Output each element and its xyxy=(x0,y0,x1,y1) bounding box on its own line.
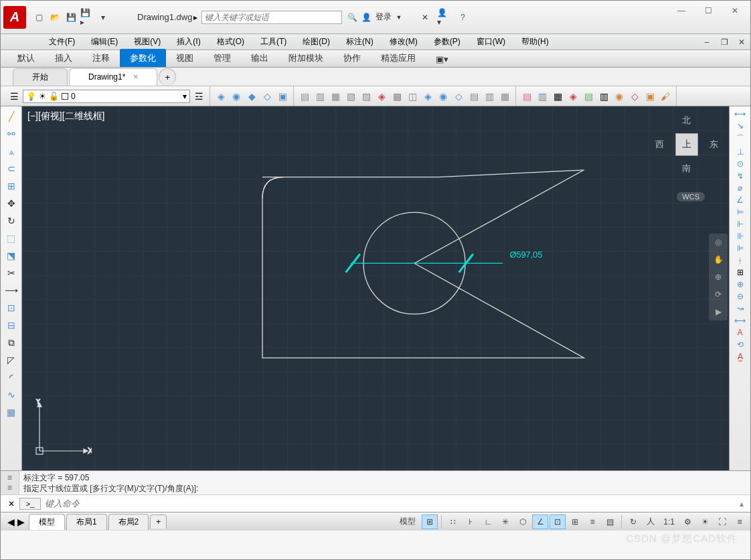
rtab-addins[interactable]: 附加模块 xyxy=(278,49,333,67)
rtab-insert[interactable]: 插入 xyxy=(45,49,82,67)
layout-add[interactable]: + xyxy=(150,515,167,529)
dim-aligned-icon[interactable]: ↘ xyxy=(737,121,744,130)
close-button[interactable]: ✕ xyxy=(722,3,748,18)
nav-orbit-icon[interactable]: ⟳ xyxy=(715,290,722,299)
status-iso-icon[interactable]: ⬡ xyxy=(515,515,531,529)
mdi-close-icon[interactable]: ✕ xyxy=(733,35,750,50)
status-grid-icon[interactable]: ⊞ xyxy=(422,515,438,529)
status-alpha-icon[interactable]: ▤ xyxy=(602,515,618,529)
dim-center-icon[interactable]: ⊕ xyxy=(737,280,744,289)
dim-tol-icon[interactable]: ⊞ xyxy=(737,268,744,277)
menu-insert[interactable]: 插入(I) xyxy=(169,34,208,50)
rtab-output[interactable]: 输出 xyxy=(241,49,278,67)
dim-update-icon[interactable]: ⟲ xyxy=(737,340,744,349)
lweight-icon[interactable]: ▥ xyxy=(597,90,610,103)
command-input[interactable] xyxy=(45,498,736,509)
saveas-icon[interactable]: 💾▸ xyxy=(80,10,94,25)
layerp-icon[interactable]: ▥ xyxy=(483,90,496,103)
doctab-drawing1[interactable]: Drawing1*× xyxy=(69,68,157,86)
layout-2[interactable]: 布局2 xyxy=(108,514,149,530)
status-ortho-icon[interactable]: ∟ xyxy=(480,515,496,529)
blend-icon[interactable]: ∿ xyxy=(3,387,19,402)
trim-icon[interactable]: ✂ xyxy=(3,266,19,280)
fillet-icon[interactable]: ◜ xyxy=(3,370,19,385)
login-link[interactable]: 登录 xyxy=(376,11,392,23)
dim-tedit-icon[interactable]: A xyxy=(737,328,742,337)
color-icon[interactable]: ◈ xyxy=(566,90,580,103)
doctab-start[interactable]: 开始 xyxy=(13,68,68,86)
dim-arc-icon[interactable]: ⌒ xyxy=(736,133,744,145)
layer-props-icon[interactable]: ☰ xyxy=(7,90,21,103)
status-2d-icon[interactable]: ⊞ xyxy=(567,515,583,529)
dim-space-icon[interactable]: ⊫ xyxy=(737,244,744,253)
subset-icon[interactable]: ⊂ xyxy=(3,161,19,176)
rtab-default[interactable]: 默认 xyxy=(7,49,45,67)
dim-dia-icon[interactable]: ⌀ xyxy=(738,183,742,193)
dim-rad-icon[interactable]: ⊙ xyxy=(737,159,744,169)
mdi-min-icon[interactable]: – xyxy=(698,35,716,50)
layeron-icon[interactable]: ▦ xyxy=(329,90,342,103)
dim-joglin-icon[interactable]: ↝ xyxy=(737,304,744,313)
layer-tool-icon[interactable]: ☲ xyxy=(192,90,205,103)
layst-icon[interactable]: ▦ xyxy=(498,90,511,103)
dim-break-icon[interactable]: ⟊ xyxy=(738,256,742,265)
drawing-canvas[interactable]: [−][俯视][二维线框] Ø597,05 北 西 东 南 上 WCS ◎ ✋ xyxy=(22,106,729,470)
status-max-icon[interactable]: ⛶ xyxy=(714,515,730,529)
link-icon[interactable]: ⚯ xyxy=(3,126,19,141)
layer-lock2-icon[interactable]: ◇ xyxy=(260,90,274,103)
minimize-button[interactable]: — xyxy=(669,3,694,18)
status-polar-icon[interactable]: ✳ xyxy=(497,515,513,529)
rtab-parametric[interactable]: 参数化 xyxy=(120,49,166,67)
status-model[interactable]: 模型 xyxy=(395,515,420,529)
menu-dim[interactable]: 标注(N) xyxy=(338,34,382,50)
status-anno-icon[interactable]: 人 xyxy=(643,515,659,529)
exchange-icon[interactable]: ✕ xyxy=(418,10,432,25)
rtab-apps[interactable]: 精选应用 xyxy=(371,49,426,67)
status-custom-icon[interactable]: ≡ xyxy=(732,515,748,529)
nav-pan-icon[interactable]: ✋ xyxy=(714,255,724,264)
layer-match-icon[interactable]: ▣ xyxy=(276,90,289,103)
cmd-customize-icon[interactable]: ✕ xyxy=(3,499,19,508)
dim-jog-icon[interactable]: ↯ xyxy=(737,171,744,181)
laywalk-icon[interactable]: ▩ xyxy=(390,90,404,103)
layout-model[interactable]: 模型 xyxy=(29,514,65,530)
laymch-icon[interactable]: ◫ xyxy=(406,90,419,103)
menu-param[interactable]: 参数(P) xyxy=(426,34,469,50)
status-scale[interactable]: 1:1 xyxy=(660,515,678,529)
status-vis-icon[interactable]: ☀ xyxy=(697,515,713,529)
help-search-input[interactable] xyxy=(205,13,339,22)
menu-view[interactable]: 视图(V) xyxy=(126,34,169,50)
nav-show-icon[interactable]: ▶ xyxy=(716,307,722,316)
search-icon[interactable]: 🔍 xyxy=(347,13,357,22)
menu-tools[interactable]: 工具(T) xyxy=(252,34,295,50)
transp-icon[interactable]: ◇ xyxy=(628,90,641,103)
pstyle-icon[interactable]: ◉ xyxy=(612,90,626,103)
layvpi-icon[interactable]: ▤ xyxy=(467,90,481,103)
status-osnap-icon[interactable]: ∠ xyxy=(532,515,548,529)
mirror-icon[interactable]: ⟁ xyxy=(3,144,19,159)
layout-1[interactable]: 布局1 xyxy=(66,514,107,530)
rtab-expand[interactable]: ▣▾ xyxy=(426,51,458,67)
chamfer-icon[interactable]: ◸ xyxy=(3,353,19,367)
help-icon[interactable]: ? xyxy=(455,10,470,25)
menu-window[interactable]: 窗口(W) xyxy=(469,34,513,50)
dim-style-icon[interactable]: A̲ xyxy=(738,352,743,361)
dim-ord-icon[interactable]: ⊥ xyxy=(737,147,744,157)
line-icon[interactable]: ╱ xyxy=(3,109,19,124)
nav-zoom-icon[interactable]: ⊕ xyxy=(715,272,722,282)
doctab-close-icon[interactable]: × xyxy=(133,72,138,82)
status-gear-icon[interactable]: ⚙ xyxy=(679,515,695,529)
dim-cont-icon[interactable]: ⊪ xyxy=(737,231,744,241)
mdi-max-icon[interactable]: ❐ xyxy=(716,35,733,50)
dim-base-icon[interactable]: ⊩ xyxy=(737,219,744,229)
user-icon[interactable]: 👤 xyxy=(361,13,371,22)
explode-icon[interactable]: ▦ xyxy=(3,405,19,419)
open-icon[interactable]: 📂 xyxy=(48,10,62,25)
wcs-badge[interactable]: WCS xyxy=(677,192,705,201)
extend-icon[interactable]: ⟶ xyxy=(3,283,19,298)
menu-draw[interactable]: 绘图(D) xyxy=(295,34,338,50)
rotate-icon[interactable]: ↻ xyxy=(3,213,19,228)
dim-linear-icon[interactable]: ⟷ xyxy=(734,109,746,118)
menu-edit[interactable]: 编辑(E) xyxy=(83,34,126,50)
command-line[interactable]: ✕ >_ ▴ xyxy=(1,494,750,512)
